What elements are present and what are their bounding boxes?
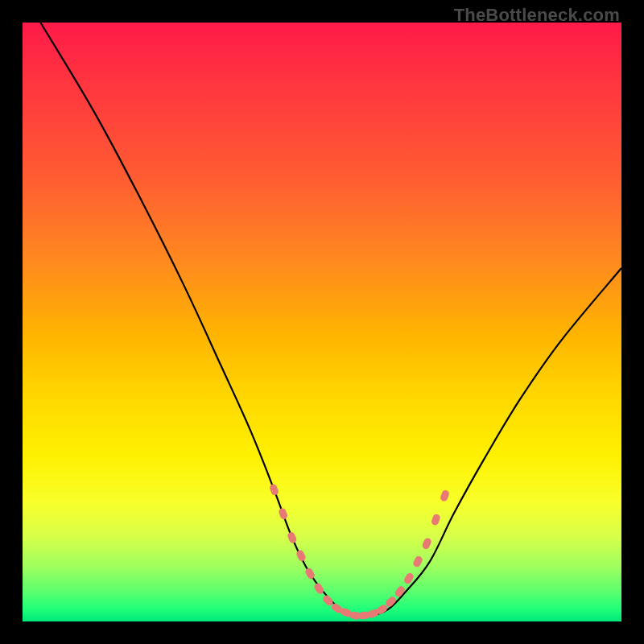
valley-marker: [394, 585, 407, 599]
watermark-text: TheBottleneck.com: [454, 5, 620, 26]
valley-marker: [421, 537, 432, 550]
valley-marker: [295, 549, 307, 563]
valley-marker: [412, 555, 423, 568]
valley-marker: [287, 531, 298, 544]
valley-marker: [278, 507, 288, 520]
chart-frame: TheBottleneck.com: [0, 0, 644, 644]
valley-marker: [440, 489, 450, 502]
bottleneck-curve: [40, 23, 621, 617]
chart-svg: [23, 23, 621, 621]
valley-marker: [431, 513, 441, 526]
valley-marker: [313, 582, 325, 596]
valley-marker-group: [269, 483, 450, 620]
chart-plot-area: [23, 23, 621, 621]
valley-marker: [269, 483, 279, 496]
